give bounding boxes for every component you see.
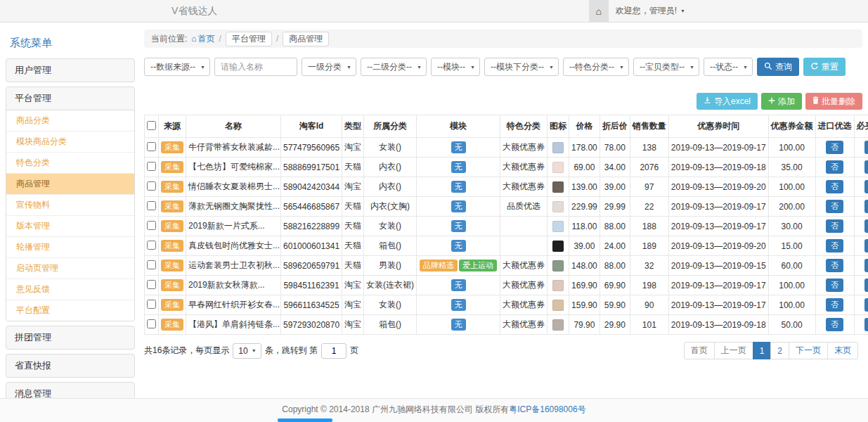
- column-header: 优惠券时间: [668, 115, 768, 138]
- sidebar-item[interactable]: 宣传物料: [6, 195, 134, 216]
- must-buy-cell: 否: [854, 197, 868, 217]
- sidebar-item[interactable]: 轮播管理: [6, 237, 134, 258]
- row-checkbox[interactable]: [147, 142, 156, 151]
- name-search-input[interactable]: [214, 58, 297, 76]
- batch-delete-button[interactable]: 批量删除: [805, 93, 862, 110]
- sidebar-item[interactable]: 模块商品分类: [6, 132, 134, 153]
- data-source-select[interactable]: --数据来源--▼: [144, 58, 210, 76]
- source-cell: 采集: [159, 236, 186, 256]
- filter-select-5[interactable]: --宝贝类型--▼: [633, 58, 699, 76]
- reset-button[interactable]: 重置: [803, 58, 846, 76]
- row-checkbox[interactable]: [147, 162, 156, 171]
- caret-down-icon: ▼: [680, 8, 685, 13]
- row-checkbox[interactable]: [147, 280, 156, 289]
- select-all-checkbox[interactable]: [147, 121, 156, 130]
- topbar-right: ⌂ 欢迎您，管理员! ▼: [589, 0, 692, 22]
- sales-count: 32: [630, 256, 668, 276]
- breadcrumb-item-platform[interactable]: 平台管理: [226, 32, 272, 46]
- import-select-toggle[interactable]: 否: [826, 160, 843, 174]
- must-buy-toggle[interactable]: 否: [864, 279, 868, 292]
- module-badge: 无: [451, 220, 466, 232]
- table-row: 采集2019新款一片式系...588216228899天猫女装()无118.00…: [145, 217, 868, 236]
- import-select-toggle[interactable]: 否: [826, 298, 843, 312]
- sidebar-group-label[interactable]: 用户管理: [6, 59, 134, 82]
- page-button[interactable]: 上一页: [714, 342, 753, 359]
- sidebar-item[interactable]: 商品分类: [6, 110, 134, 132]
- import-select-toggle[interactable]: 否: [826, 180, 843, 193]
- sidebar-group-label[interactable]: 拼团管理: [6, 326, 134, 349]
- import-select-toggle[interactable]: 否: [826, 239, 843, 252]
- import-select-toggle[interactable]: 否: [826, 141, 843, 154]
- records-total-text: 共16条记录，每页显示: [144, 345, 229, 357]
- import-select-toggle[interactable]: 否: [826, 219, 843, 233]
- page-size-select[interactable]: 10 ▼: [233, 343, 261, 359]
- table-row: 采集【七色坊】可爱纯棉家...588869917501天猫内衣()无大额优惠券6…: [145, 158, 868, 177]
- user-menu[interactable]: 欢迎您，管理员! ▼: [609, 0, 692, 22]
- column-header: 所属分类: [364, 115, 417, 138]
- chevron-down-icon: ▼: [252, 348, 257, 353]
- row-checkbox[interactable]: [147, 241, 156, 250]
- sidebar-group-label[interactable]: 省直快报: [6, 354, 134, 377]
- import-select-toggle[interactable]: 否: [826, 279, 843, 292]
- import-excel-button[interactable]: 导入excel: [697, 93, 758, 110]
- import-select-toggle[interactable]: 否: [826, 318, 843, 331]
- filter-select-6[interactable]: --状态--▼: [704, 58, 753, 76]
- must-buy-toggle[interactable]: 否: [864, 259, 868, 272]
- product-name: 2019新款一片式系...: [186, 217, 281, 236]
- row-checkbox[interactable]: [147, 221, 156, 230]
- page-button[interactable]: 1: [753, 342, 772, 359]
- must-buy-toggle[interactable]: 否: [864, 298, 868, 312]
- sales-count: 90: [630, 295, 668, 315]
- coupon-time: 2019-09-13—2019-09-18: [668, 158, 768, 177]
- product-name: 牛仔背带裤女秋装减龄...: [186, 138, 281, 158]
- must-buy-toggle[interactable]: 否: [864, 180, 868, 193]
- sidebar-item[interactable]: 启动页管理: [6, 258, 134, 279]
- page-button[interactable]: 2: [770, 342, 789, 359]
- search-button[interactable]: 查询: [757, 58, 799, 76]
- filter-select-4[interactable]: --特色分类--▼: [563, 58, 629, 76]
- sidebar-group-label[interactable]: 平台管理: [6, 87, 134, 110]
- source-badge: 采集: [161, 319, 183, 331]
- sidebar-item[interactable]: 意见反馈: [6, 279, 134, 300]
- filter-select-3[interactable]: --模块下分类--▼: [484, 58, 559, 76]
- must-buy-toggle[interactable]: 否: [864, 160, 868, 174]
- must-buy-toggle[interactable]: 否: [864, 239, 868, 252]
- page-button[interactable]: 下一页: [789, 342, 828, 359]
- sidebar-item[interactable]: 版本管理: [6, 216, 134, 237]
- product-name: 2019新款女秋薄款...: [186, 276, 281, 295]
- taoke-id: 577479560965: [281, 138, 342, 158]
- product-type: 天猫: [342, 197, 364, 217]
- page-button[interactable]: 首页: [684, 342, 715, 359]
- page-number-input[interactable]: [321, 343, 346, 359]
- discount-price: 39.00: [600, 177, 630, 197]
- welcome-text: 欢迎您，管理员!: [616, 5, 677, 17]
- horizontal-scrollbar-thumb[interactable]: [278, 418, 332, 422]
- filter-select-2[interactable]: --模块--▼: [431, 58, 480, 76]
- icp-link[interactable]: 粤ICP备16098006号: [509, 404, 585, 414]
- filter-select-1[interactable]: --二级分类--▼: [361, 58, 427, 76]
- row-checkbox[interactable]: [147, 260, 156, 269]
- page-button[interactable]: 末页: [827, 342, 858, 359]
- column-header: 价格: [569, 115, 600, 138]
- row-checkbox[interactable]: [147, 201, 156, 210]
- must-buy-toggle[interactable]: 否: [864, 219, 868, 233]
- import-select-toggle[interactable]: 否: [826, 200, 843, 213]
- filter-select-0[interactable]: 一级分类▼: [302, 58, 356, 76]
- table-toolbar: 导入excel 添加 批量删除: [144, 93, 862, 110]
- select-value: --模块下分类--: [491, 61, 544, 73]
- sidebar-item[interactable]: 平台配置: [6, 300, 134, 321]
- featured-category: 品质优选: [500, 197, 548, 217]
- add-button[interactable]: 添加: [761, 93, 802, 110]
- sidebar-item[interactable]: 商品管理: [6, 174, 134, 195]
- row-checkbox[interactable]: [147, 300, 156, 309]
- select-value: 一级分类: [308, 61, 342, 73]
- row-checkbox[interactable]: [147, 181, 156, 191]
- must-buy-toggle[interactable]: 否: [864, 141, 868, 154]
- import-select-toggle[interactable]: 否: [826, 259, 843, 272]
- home-nav-button[interactable]: ⌂: [589, 0, 609, 22]
- row-checkbox[interactable]: [147, 319, 156, 328]
- sidebar-item[interactable]: 特色分类: [6, 153, 134, 174]
- must-buy-toggle[interactable]: 否: [864, 318, 868, 331]
- must-buy-toggle[interactable]: 否: [864, 200, 868, 213]
- breadcrumb-home-link[interactable]: ⌂ 首页: [191, 33, 214, 45]
